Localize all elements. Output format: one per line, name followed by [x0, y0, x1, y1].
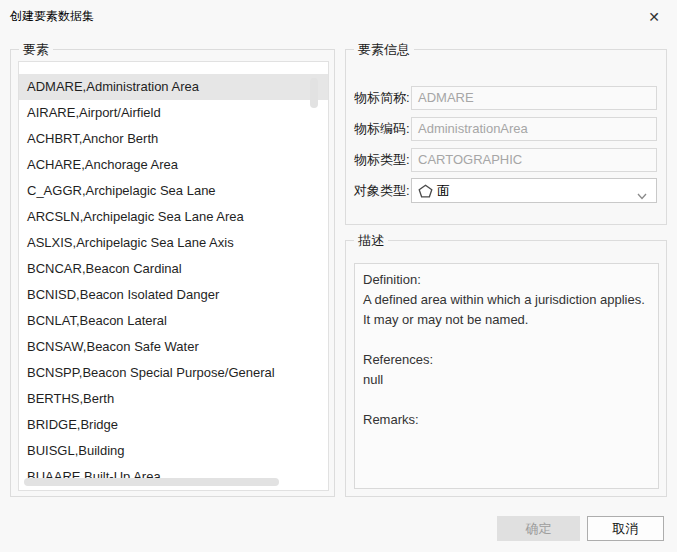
- list-item[interactable]: BCNLAT,Beacon Lateral: [19, 308, 328, 334]
- polygon-icon: [418, 184, 433, 198]
- ok-button[interactable]: 确定: [497, 516, 580, 541]
- list-item[interactable]: BCNSPP,Beacon Special Purpose/General: [19, 360, 328, 386]
- abbr-input: ADMARE: [411, 86, 657, 110]
- objtype-label: 对象类型:: [354, 182, 411, 200]
- list-item[interactable]: BCNCAR,Beacon Cardinal: [19, 256, 328, 282]
- vertical-scrollbar-thumb[interactable]: [310, 78, 318, 108]
- list-item[interactable]: BUISGL,Building: [19, 438, 328, 464]
- list-item[interactable]: BUAARE,Built-Up Area: [19, 464, 328, 490]
- field-row-type: 物标类型: CARTOGRAPHIC: [354, 147, 657, 172]
- field-row-code: 物标编码: AdministrationArea: [354, 116, 657, 141]
- close-icon[interactable]: ✕: [643, 6, 665, 28]
- object-type-value: 面: [437, 182, 450, 200]
- list-item[interactable]: AIRARE,Airport/Airfield: [19, 100, 328, 126]
- chevron-down-icon: [637, 188, 647, 203]
- code-input: AdministrationArea: [411, 117, 657, 141]
- features-group-label: 要素: [19, 41, 53, 59]
- dialog-title: 创建要素数据集: [10, 8, 94, 25]
- field-row-abbr: 物标简称: ADMARE: [354, 85, 657, 110]
- description-groupbox: 描述 Definition: A defined area within whi…: [345, 240, 667, 497]
- type-input: CARTOGRAPHIC: [411, 148, 657, 172]
- code-label: 物标编码:: [354, 120, 411, 138]
- feature-info-group-label: 要素信息: [354, 41, 414, 59]
- list-item[interactable]: ACHARE,Anchorage Area: [19, 152, 328, 178]
- list-item[interactable]: ACHBRT,Anchor Berth: [19, 126, 328, 152]
- list-item[interactable]: BCNISD,Beacon Isolated Danger: [19, 282, 328, 308]
- list-item[interactable]: BCNSAW,Beacon Safe Water: [19, 334, 328, 360]
- list-item[interactable]: BRIDGE,Bridge: [19, 412, 328, 438]
- type-label: 物标类型:: [354, 151, 411, 169]
- list-item[interactable]: ADMARE,Administration Area: [19, 74, 328, 100]
- feature-info-groupbox: 要素信息 物标简称: ADMARE 物标编码: AdministrationAr…: [345, 49, 667, 225]
- list-item[interactable]: C_AGGR,Archipelagic Sea Lane: [19, 178, 328, 204]
- description-group-label: 描述: [354, 232, 388, 250]
- field-row-objtype: 对象类型: 面: [354, 178, 657, 203]
- abbr-label: 物标简称:: [354, 89, 411, 107]
- list-item[interactable]: ARCSLN,Archipelagic Sea Lane Area: [19, 204, 328, 230]
- list-item[interactable]: BERTHS,Berth: [19, 386, 328, 412]
- list-item[interactable]: ASLXIS,Archipelagic Sea Lane Axis: [19, 230, 328, 256]
- cancel-button[interactable]: 取消: [587, 516, 664, 541]
- feature-list[interactable]: ADMARE,Administration AreaAIRARE,Airport…: [18, 61, 329, 491]
- object-type-dropdown[interactable]: 面: [411, 178, 657, 203]
- features-groupbox: 要素 ADMARE,Administration AreaAIRARE,Airp…: [10, 49, 335, 497]
- description-text[interactable]: Definition: A defined area within which …: [354, 263, 659, 489]
- horizontal-scrollbar-thumb[interactable]: [24, 478, 279, 486]
